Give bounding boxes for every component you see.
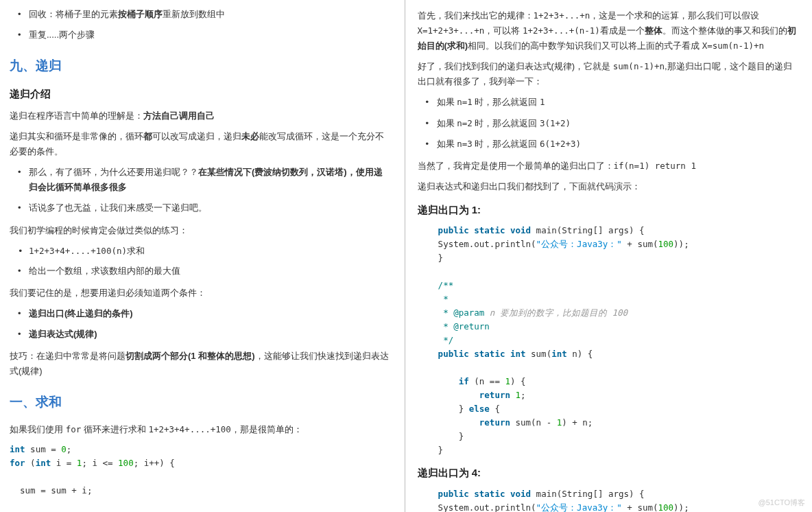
comment-tag: @param	[453, 307, 484, 318]
code-inline: sum(n-1)+n	[613, 61, 665, 71]
text: 如果	[437, 97, 457, 107]
right-column: 首先，我们来找出它的规律：1+2+3+...+n，这是一个求和的运算，那么我们可…	[405, 0, 813, 512]
comment: *	[438, 307, 454, 318]
string: "公众号：Java3y："	[536, 502, 622, 512]
subheading-exit-1: 递归出口为 1:	[418, 201, 798, 219]
text: 时，那么就返回	[473, 139, 540, 149]
paragraph: 技巧：在递归中常常是将问题切割成两个部分(1 和整体的思想)，这能够让我们快速找…	[10, 349, 390, 379]
code: ; i <=	[82, 458, 118, 468]
code: sum(n -	[510, 417, 557, 428]
text: 重新放到数组中	[163, 9, 225, 19]
subheading-intro: 递归介绍	[10, 85, 390, 103]
code: ; i++) {	[134, 458, 175, 468]
list-item: 给出一个数组，求该数组内部的最大值	[14, 264, 390, 279]
text: 重复.....两个步骤	[29, 30, 95, 40]
list-item: 如果 n=1 时，那么就返回 1	[422, 95, 798, 110]
text: 时，那么就返回	[473, 97, 540, 107]
code-inline: if(n=1) return 1	[614, 161, 696, 171]
bold: 按桶子顺序	[118, 9, 163, 19]
text: 好了，我们找到我们的递归表达式(规律)，它就是	[418, 61, 613, 71]
code: (	[25, 458, 36, 468]
code-inline: X=sum(n-1)+n	[702, 40, 764, 51]
text: 。而这个整体做的事又和我们的	[662, 25, 787, 36]
text: ，那是很简单的：	[231, 424, 302, 434]
paragraph: 我们要记住的是，想要用递归必须知道两个条件：	[10, 286, 390, 301]
text: 看成是一个	[600, 25, 645, 36]
paragraph: 好了，我们找到我们的递归表达式(规律)，它就是 sum(n-1)+n,那递归出口…	[418, 59, 798, 89]
keyword: int	[10, 444, 25, 454]
text: 相同。以我们的高中数学知识我们又可以将上面的式子看成	[468, 40, 702, 51]
paragraph: 当然了，我肯定是使用一个最简单的递归出口了：if(n=1) return 1	[418, 159, 798, 174]
bold: 递归出口(终止递归的条件)	[29, 308, 133, 318]
text: 如果	[437, 139, 457, 149]
code-inline: 1	[540, 97, 545, 107]
code: (n ==	[469, 376, 505, 386]
subheading-exit-4: 递归出口为 4:	[418, 464, 798, 482]
code-inline: 1+2+3+...+(n-1)	[523, 25, 600, 36]
code-block-recursion-1: public static void main(String[] args) {…	[418, 224, 798, 457]
bold: 都	[143, 131, 152, 141]
paragraph: 递归表达式和递归出口我们都找到了，下面就代码演示：	[418, 179, 798, 194]
text: 递归其实和循环是非常像的，循环	[10, 131, 143, 141]
code-inline: 6(1+2+3)	[540, 139, 581, 149]
code-block-for-loop: int sum = 0; for (int i = 1; i <= 100; i…	[10, 443, 390, 512]
number: 100	[658, 502, 674, 512]
code: System.out.println(	[418, 502, 536, 512]
comment: *	[438, 294, 449, 304]
code: + sum(	[622, 239, 658, 249]
code-inline: 1+2+3+...+n	[534, 10, 590, 21]
heading-sum: 一、求和	[10, 391, 390, 413]
text: 首先，我们来找出它的规律：	[418, 10, 534, 21]
code: ) + n;	[562, 417, 593, 428]
code-inline: n=1	[457, 97, 473, 107]
list-item: 如果 n=3 时，那么就返回 6(1+2+3)	[422, 137, 798, 152]
comment: n 要加到的数字，比如题目的	[484, 307, 612, 318]
code: {	[490, 404, 500, 414]
list-item: 如果 n=2 时，那么就返回 3(1+2)	[422, 116, 798, 131]
bullet-list-rules: 递归出口(终止递归的条件) 递归表达式(规律)	[10, 306, 390, 342]
code: ;	[67, 444, 72, 454]
bullet-list-cases: 如果 n=1 时，那么就返回 1 如果 n=2 时，那么就返回 3(1+2) 如…	[418, 95, 798, 151]
keyword: int	[551, 349, 567, 359]
code: i =	[51, 458, 77, 468]
code-inline: for	[66, 424, 82, 434]
heading-recursion: 九、递归	[10, 55, 390, 77]
paragraph: 递归其实和循环是非常像的，循环都可以改写成递归，递归未必能改写成循环，这是一个充…	[10, 129, 390, 159]
number: 1	[516, 390, 521, 400]
code-inline: n=2	[457, 118, 473, 128]
paragraph: 如果我们使用 for 循环来进行求和 1+2+3+4+....+100，那是很简…	[10, 422, 390, 437]
bold: 递归表达式(规律)	[29, 329, 97, 339]
number: 100	[118, 458, 134, 468]
comment: /**	[438, 280, 454, 290]
keyword: return	[438, 417, 510, 428]
code: }	[438, 253, 444, 263]
paragraph: 我们初学编程的时候肯定会做过类似的练习：	[10, 223, 390, 238]
keyword: public static void	[438, 225, 531, 235]
text: 当然了，我肯定是使用一个最简单的递归出口了：	[418, 161, 614, 171]
code: System.out.println(	[418, 239, 536, 249]
code: }	[438, 404, 469, 414]
list-item: 重复.....两个步骤	[14, 27, 390, 43]
keyword: for	[10, 458, 25, 468]
string: "公众号：Java3y："	[536, 239, 622, 249]
code: ));	[673, 502, 689, 512]
code-block-recursion-4: public static void main(String[] args) {…	[418, 487, 798, 512]
bold: 未必	[241, 131, 259, 141]
text: 可以改写成递归，递归	[152, 131, 241, 141]
paragraph: 递归在程序语言中简单的理解是：方法自己调用自己	[10, 108, 390, 124]
code: ) {	[510, 376, 526, 386]
code-inline: 1+2+3+4+....+100	[148, 424, 230, 434]
bold: 整体	[645, 25, 662, 36]
code: + sum(	[622, 502, 658, 512]
bold: 方法自己调用自己	[143, 110, 215, 121]
bullet-list-examples: 1+2+3+4+....+100(n)求和 给出一个数组，求该数组内部的最大值	[10, 244, 390, 279]
text: ，可以将	[484, 25, 523, 36]
code-inline: n=3	[457, 139, 473, 149]
text: 如果	[437, 118, 457, 128]
text: ，这是一个求和的运算，那么我们可以假设	[590, 10, 759, 21]
code: }	[438, 445, 444, 455]
comment-tag: @return	[453, 321, 490, 331]
watermark: @51CTO博客	[759, 496, 805, 509]
text: 话说多了也无益，让我们来感受一下递归吧。	[29, 202, 207, 213]
bullet-list-mid: 那么，有了循环，为什么还要用递归呢？？在某些情况下(费波纳切数列，汉诺塔)，使用…	[10, 165, 390, 216]
